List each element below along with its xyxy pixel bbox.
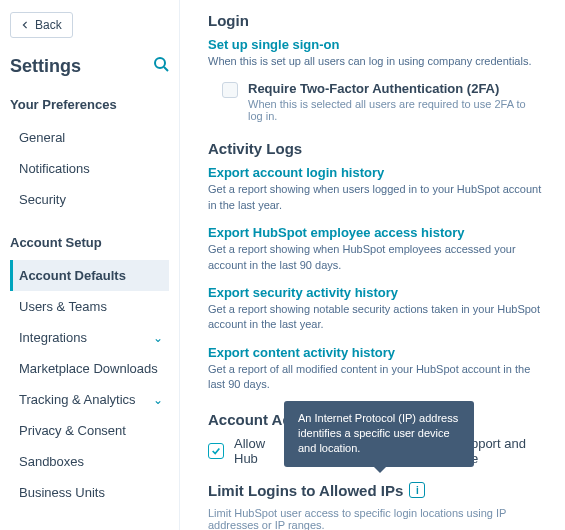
sso-link[interactable]: Set up single sign-on [208,37,543,52]
sidebar: Back Settings Your Preferences General N… [0,0,180,530]
settings-title: Settings [10,56,81,77]
export-content-history-link[interactable]: Export content activity history [208,345,543,360]
sidebar-item-account-defaults[interactable]: Account Defaults [10,260,169,291]
export-content-history-desc: Get a report of all modified content in … [208,362,543,393]
sidebar-item-integrations[interactable]: Integrations⌄ [10,322,169,353]
info-icon[interactable]: i [409,482,425,498]
sidebar-item-general[interactable]: General [10,122,169,153]
ip-tooltip: An Internet Protocol (IP) address identi… [284,401,474,467]
two-fa-desc: When this is selected all users are requ… [248,98,543,122]
search-icon[interactable] [153,56,169,77]
allow-access-checkbox[interactable] [208,443,224,459]
export-security-history-desc: Get a report showing notable security ac… [208,302,543,333]
sidebar-item-privacy[interactable]: Privacy & Consent [10,415,169,446]
limit-logins-heading: Limit Logins to Allowed IPs [208,482,403,499]
sidebar-item-business-units[interactable]: Business Units [10,477,169,508]
export-employee-access-desc: Get a report showing when HubSpot employ… [208,242,543,273]
sidebar-item-sandboxes[interactable]: Sandboxes [10,446,169,477]
limit-logins-desc: Limit HubSpot user access to specific lo… [208,507,543,530]
allow-access-label-pre: Allow Hub [234,436,276,466]
chevron-down-icon: ⌄ [153,393,163,407]
sidebar-item-security[interactable]: Security [10,184,169,215]
sidebar-item-users-teams[interactable]: Users & Teams [10,291,169,322]
chevron-left-icon [21,18,29,32]
two-fa-checkbox[interactable] [222,82,238,98]
svg-point-0 [155,58,165,68]
two-fa-label: Require Two-Factor Authentication (2FA) [248,81,543,96]
svg-line-1 [164,67,168,71]
main-panel: Login Set up single sign-on When this is… [180,0,565,530]
sso-desc: When this is set up all users can log in… [208,54,543,69]
export-employee-access-link[interactable]: Export HubSpot employee access history [208,225,543,240]
section-account-setup: Account Setup [10,235,169,250]
chevron-down-icon: ⌄ [153,331,163,345]
back-button[interactable]: Back [10,12,73,38]
sidebar-item-notifications[interactable]: Notifications [10,153,169,184]
export-login-history-desc: Get a report showing when users logged i… [208,182,543,213]
export-login-history-link[interactable]: Export account login history [208,165,543,180]
sidebar-item-marketplace[interactable]: Marketplace Downloads [10,353,169,384]
activity-logs-heading: Activity Logs [208,140,543,157]
section-preferences: Your Preferences [10,97,169,112]
login-heading: Login [208,12,543,29]
sidebar-item-tracking[interactable]: Tracking & Analytics⌄ [10,384,169,415]
export-security-history-link[interactable]: Export security activity history [208,285,543,300]
back-label: Back [35,18,62,32]
